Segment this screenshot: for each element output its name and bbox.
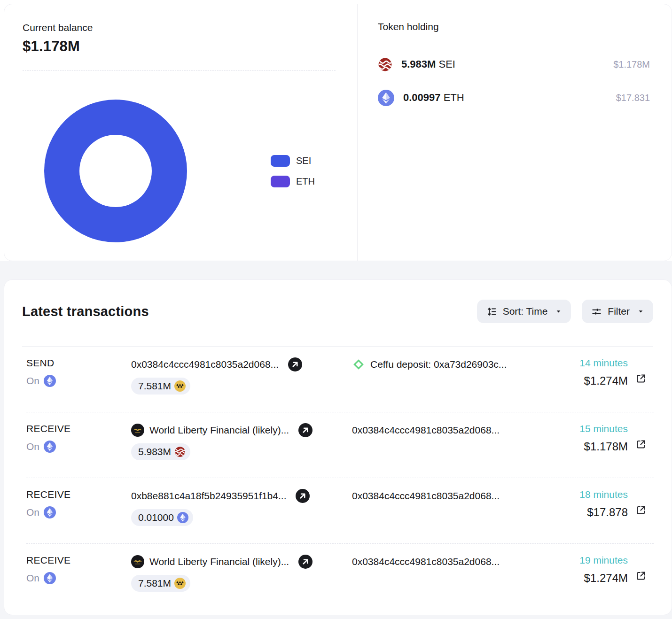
token-row-sei: 5.983M SEI $1.178M — [378, 48, 650, 81]
tx-amount-pill: 5.983M — [131, 443, 190, 460]
current-balance-label: Current balance — [23, 22, 93, 33]
tx-amount: 7.581M — [138, 578, 171, 589]
ethereum-icon — [44, 506, 56, 518]
world-liberty-financial-icon — [131, 424, 144, 437]
latest-transactions-card: Latest transactions Sort: Time Filter SE… — [4, 279, 672, 615]
tx-to-address[interactable]: 0x0384c4ccc4981c8035a2d068... — [352, 556, 500, 567]
transaction-row: RECEIVE On World Liberty Financial (like… — [26, 543, 654, 609]
tx-type-label: RECEIVE — [26, 555, 131, 566]
token-amount-value: 5.983M — [401, 58, 436, 70]
arrow-up-right-icon — [288, 357, 302, 371]
tx-type-label: RECEIVE — [26, 423, 131, 434]
token-symbol: SEI — [439, 58, 455, 70]
token-holding-title: Token holding — [378, 21, 650, 32]
token-amount-value: 0.00997 — [403, 92, 441, 103]
ethereum-icon — [177, 512, 188, 523]
arrow-up-right-icon — [298, 423, 313, 437]
token-symbol: ETH — [444, 92, 464, 103]
tx-from-entity[interactable]: World Liberty Financial (likely)... — [149, 425, 289, 436]
sei-icon — [378, 57, 392, 72]
transaction-row: RECEIVE On 0xb8e881c4a18f5b24935951f1b4.… — [26, 478, 654, 543]
tx-chain-label: On — [26, 507, 39, 518]
legend-label-sei: SEI — [296, 155, 311, 166]
current-balance-value: $1.178M — [23, 38, 80, 55]
transactions-list: SEND On 0x0384c4ccc4981c8035a2d068... 7.… — [4, 347, 672, 609]
tx-from-address[interactable]: 0x0384c4ccc4981c8035a2d068... — [131, 359, 279, 370]
tx-time: 19 minutes — [539, 555, 628, 566]
tx-amount: 7.581M — [138, 380, 171, 392]
filter-button[interactable]: Filter — [582, 300, 653, 323]
external-link-icon[interactable] — [635, 372, 647, 385]
token-holding-panel: Token holding 5.983M SEI $1.178M 0.00997… — [358, 4, 672, 261]
current-balance-panel: Current balance $1.178M SEI ETH — [4, 4, 358, 261]
chart-legend: SEI ETH — [271, 155, 315, 187]
tx-usd-value: $1.178M — [539, 440, 628, 453]
transaction-row: SEND On 0x0384c4ccc4981c8035a2d068... 7.… — [26, 347, 654, 412]
legend-label-eth: ETH — [296, 176, 315, 187]
donut-chart — [44, 100, 187, 242]
latest-transactions-title: Latest transactions — [22, 304, 477, 319]
divider — [23, 70, 336, 71]
legend-item-eth: ETH — [271, 176, 315, 187]
legend-swatch-sei — [271, 155, 290, 167]
tx-chain-label: On — [26, 573, 39, 584]
arrow-up-right-icon — [296, 489, 310, 503]
wlfi-token-icon — [174, 380, 186, 392]
legend-item-sei: SEI — [271, 155, 315, 167]
tx-chain-label: On — [26, 375, 39, 387]
tx-from-entity[interactable]: World Liberty Financial (likely)... — [149, 556, 289, 567]
tx-from-address[interactable]: 0xb8e881c4a18f5b24935951f1b4... — [131, 490, 286, 502]
ethereum-icon — [378, 90, 394, 106]
ethereum-icon — [44, 572, 56, 584]
token-row-eth: 0.00997 ETH $17.831 — [378, 81, 650, 114]
ceffu-icon — [352, 358, 365, 371]
tx-usd-value: $1.274M — [539, 374, 628, 387]
external-link-icon[interactable] — [635, 438, 647, 450]
ethereum-icon — [44, 441, 56, 453]
transaction-row: RECEIVE On World Liberty Financial (like… — [26, 412, 654, 478]
tx-amount-pill: 7.581M — [131, 378, 190, 395]
token-usd-value: $17.831 — [616, 93, 650, 103]
tx-amount: 5.983M — [138, 446, 171, 457]
world-liberty-financial-icon — [131, 555, 144, 568]
tx-time: 18 minutes — [539, 489, 628, 500]
filter-button-label: Filter — [608, 306, 630, 317]
sort-button-label: Sort: Time — [503, 306, 548, 317]
external-link-icon[interactable] — [635, 504, 647, 516]
wlfi-token-icon — [174, 578, 186, 589]
tx-time: 14 minutes — [539, 357, 628, 369]
tx-amount-pill: 7.581M — [131, 575, 190, 592]
balance-card: Current balance $1.178M SEI ETH Token ho… — [4, 4, 672, 261]
legend-swatch-eth — [271, 176, 290, 187]
tx-to-address[interactable]: 0x0384c4ccc4981c8035a2d068... — [352, 425, 500, 436]
filter-icon — [591, 306, 602, 317]
tx-type-label: SEND — [26, 357, 131, 369]
chevron-down-icon — [638, 309, 644, 315]
arrow-up-right-icon — [298, 555, 313, 569]
sei-icon — [174, 446, 186, 457]
ethereum-icon — [44, 375, 56, 387]
token-amount: 0.00997 ETH — [403, 92, 464, 104]
tx-time: 15 minutes — [539, 423, 628, 434]
tx-usd-value: $1.274M — [539, 572, 628, 585]
token-usd-value: $1.178M — [613, 59, 650, 70]
tx-usd-value: $17.878 — [539, 506, 628, 519]
tx-to-address[interactable]: 0x0384c4ccc4981c8035a2d068... — [352, 490, 500, 502]
tx-to-address[interactable]: Ceffu deposit: 0xa73d26903c... — [370, 359, 507, 370]
token-amount: 5.983M SEI — [401, 58, 455, 70]
tx-chain-label: On — [26, 441, 39, 452]
sort-button[interactable]: Sort: Time — [477, 300, 571, 323]
tx-amount-pill: 0.01000 — [131, 509, 193, 526]
chevron-down-icon — [555, 309, 562, 315]
tx-type-label: RECEIVE — [26, 489, 131, 500]
tx-amount: 0.01000 — [138, 512, 174, 523]
sort-icon — [486, 306, 497, 317]
external-link-icon[interactable] — [635, 570, 647, 582]
